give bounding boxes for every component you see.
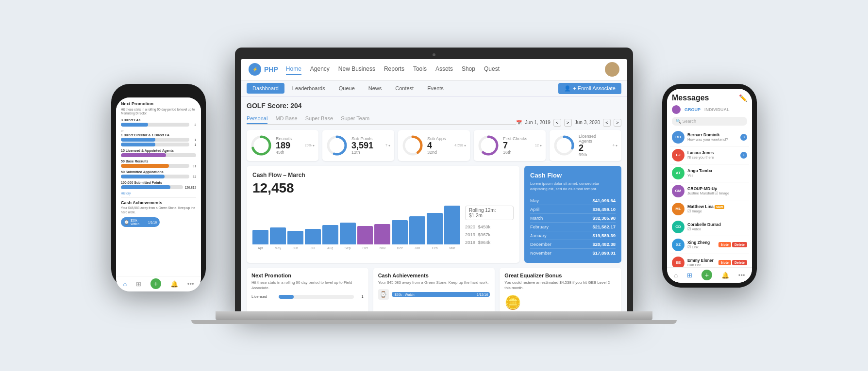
user-avatar[interactable] — [605, 62, 619, 77]
subapps-target: 4,598 ● — [454, 144, 466, 147]
search-bar[interactable]: 🔍 Search — [672, 117, 747, 126]
tab-leaderboards[interactable]: Leaderboards — [286, 83, 331, 94]
score-tab-superteam[interactable]: Super Team — [341, 115, 369, 124]
msg-preview-corabelle: ☑ Video — [687, 227, 747, 231]
left-promo-bar-fill-5 — [121, 175, 165, 178]
msg-item-xing[interactable]: XZ Xing Zheng ☑ Link Note Delete — [670, 236, 749, 254]
left-watch-badge: ⌚ $50k - Watch 1/1/16 — [121, 217, 160, 227]
date-end-next-btn[interactable]: > — [614, 119, 621, 127]
rolling-items: 2020: $450k 2019: $967k 2018: $964k — [465, 223, 514, 246]
score-tab-personal[interactable]: Personal — [247, 115, 267, 124]
scene: Next Promotion Hit these stats in a roll… — [0, 0, 868, 371]
msg-item-matthew[interactable]: ML Matthew Lina NEW ☑ Image — [670, 200, 749, 218]
licensedagents-value: 2 — [579, 144, 609, 152]
firstchecks-target: 12 ● — [535, 144, 542, 147]
laptop-screen: ⚡ PHP Home Agency New Business Reports T… — [241, 59, 627, 311]
cf-row-november: November $17,890.01 — [530, 249, 616, 257]
bar-jul — [305, 229, 321, 244]
right-add-button[interactable]: + — [701, 270, 712, 280]
tab-events[interactable]: Events — [421, 83, 450, 94]
msg-item-lacara[interactable]: LJ Lacara Jones I'll see you there 1 — [670, 146, 749, 164]
left-home-icon[interactable]: ⌂ — [123, 280, 127, 288]
xing-note-btn[interactable]: Note — [718, 242, 731, 247]
np-title: Next Promotion — [251, 273, 364, 278]
emmy-del-btn[interactable]: Delete — [732, 260, 747, 265]
right-bell-icon[interactable]: 🔔 — [721, 272, 729, 279]
right-phone-screen: Messages ✏️ GROUP INDIVIDUAL 🔍 Search BD… — [667, 89, 752, 283]
left-promo-section-4: 50 Base Recruits 31 — [121, 160, 196, 168]
ca-desc: Your $45,583 away from a Green Stone. Ke… — [378, 280, 490, 285]
msg-body-matthew: Matthew Lina NEW ☑ Image — [687, 204, 747, 213]
edit-icon[interactable]: ✏️ — [739, 94, 747, 102]
chart-title: Cash Flow – March — [252, 172, 514, 178]
left-promo-bar-row-1: 2 — [121, 123, 196, 127]
left-add-button[interactable]: + — [150, 278, 161, 289]
calendar-icon: 📅 — [516, 120, 522, 125]
cf-amount-january: $19,589.39 — [592, 233, 616, 238]
xing-del-btn[interactable]: Delete — [732, 242, 747, 247]
nav-shop[interactable]: Shop — [462, 64, 475, 75]
date-prev-btn[interactable]: < — [553, 119, 561, 127]
cf-month-february: February — [530, 224, 549, 229]
left-bell-icon[interactable]: 🔔 — [170, 280, 178, 288]
msg-item-angu[interactable]: AT Angu Tamba Yes — [670, 164, 749, 182]
nav-tools[interactable]: Tools — [413, 64, 427, 75]
score-tab-mdbase[interactable]: MD Base — [275, 115, 297, 124]
date-next-btn[interactable]: > — [564, 119, 572, 127]
msg-item-bernarr[interactable]: BD Bernarr Dominik How was your weekend?… — [670, 129, 749, 146]
left-ca-title: Cash Achievements — [121, 200, 196, 205]
msg-body-emmy: Emmy Elsner Can Do! — [687, 258, 716, 267]
bottom-row: Next Promotion Hit these stats in a roll… — [247, 268, 621, 311]
msg-item-emmy[interactable]: EE Emmy Elsner Can Do! Note Delete — [670, 254, 749, 267]
group-tab-individual[interactable]: INDIVIDUAL — [704, 107, 730, 112]
bar-jun — [287, 231, 303, 244]
enroll-button[interactable]: 👤 + Enroll Associate — [558, 83, 621, 94]
cf-title: Cash Flow — [530, 172, 616, 179]
left-history-link[interactable]: History — [121, 192, 196, 195]
nav-assets[interactable]: Assets — [435, 64, 453, 75]
left-promo-bar-row-3 — [121, 153, 196, 157]
ca-bar-label: $50k - Watch — [395, 293, 415, 296]
score-tab-superbase[interactable]: Super Base — [305, 115, 333, 124]
cf-amount-december: $20,482.38 — [592, 242, 616, 247]
tab-news[interactable]: News — [363, 83, 388, 94]
left-promo-label-1: 3 Direct FAs — [121, 118, 196, 122]
tab-dashboard[interactable]: Dashboard — [247, 83, 284, 94]
subpoints-value: 3,591 — [351, 141, 382, 150]
left-promo-section-3: 15 Licensed & Appointed Agents — [121, 149, 196, 157]
left-phone-notch — [142, 89, 176, 96]
firstchecks-label: First Checks — [503, 136, 531, 141]
tab-contest[interactable]: Contest — [389, 83, 419, 94]
bar-label-jun: Jun — [287, 246, 303, 250]
laptop: ⚡ PHP Home Agency New Business Reports T… — [191, 48, 677, 324]
licensedagents-info: Licensed Agents 2 99th — [579, 134, 609, 157]
right-bottom-nav: ⌂ ⊞ + 🔔 ••• — [667, 267, 752, 283]
laptop-base — [216, 311, 652, 320]
group-tab-group[interactable]: GROUP — [684, 107, 701, 112]
licensedagents-donut — [553, 135, 575, 156]
date-end-prev-btn[interactable]: < — [603, 119, 611, 127]
emmy-note-btn[interactable]: Note — [718, 260, 731, 265]
svg-point-1 — [607, 71, 617, 77]
msg-item-groupmd[interactable]: GM GROUP-MD-Up Justine Marshall ☑ Image — [670, 182, 749, 200]
msg-preview-groupmd: Justine Marshall ☑ Image — [687, 191, 747, 195]
ca-watch-item: ⌚ $50k - Watch 1/12/16 — [378, 289, 490, 300]
left-grid-icon[interactable]: ⊞ — [136, 280, 141, 288]
left-promo-section-6: 100,000 Submitted Points 126,812 — [121, 181, 196, 189]
nav-new-business[interactable]: New Business — [338, 64, 375, 75]
emmy-actions: Note Delete — [718, 260, 747, 265]
msg-item-corabelle[interactable]: CD Corabelle Durrad ☑ Video — [670, 218, 749, 236]
nav-home[interactable]: Home — [286, 64, 301, 75]
nav-agency[interactable]: Agency — [310, 64, 330, 75]
right-more-icon[interactable]: ••• — [738, 272, 745, 279]
bar-label-dec: Dec — [392, 246, 408, 250]
cf-month-november: November — [530, 250, 551, 256]
left-promo-label-5: 50 Submitted Applications — [121, 170, 196, 174]
nav-quest[interactable]: Quest — [484, 64, 500, 75]
nav-reports[interactable]: Reports — [384, 64, 404, 75]
left-promo-bar-row-4: 31 — [121, 164, 196, 168]
msg-name-angu: Angu Tamba — [687, 168, 747, 173]
msg-preview-matthew: ☑ Image — [687, 209, 747, 213]
tab-queue[interactable]: Queue — [333, 83, 361, 94]
right-grid-icon[interactable]: ⊞ — [687, 272, 692, 279]
